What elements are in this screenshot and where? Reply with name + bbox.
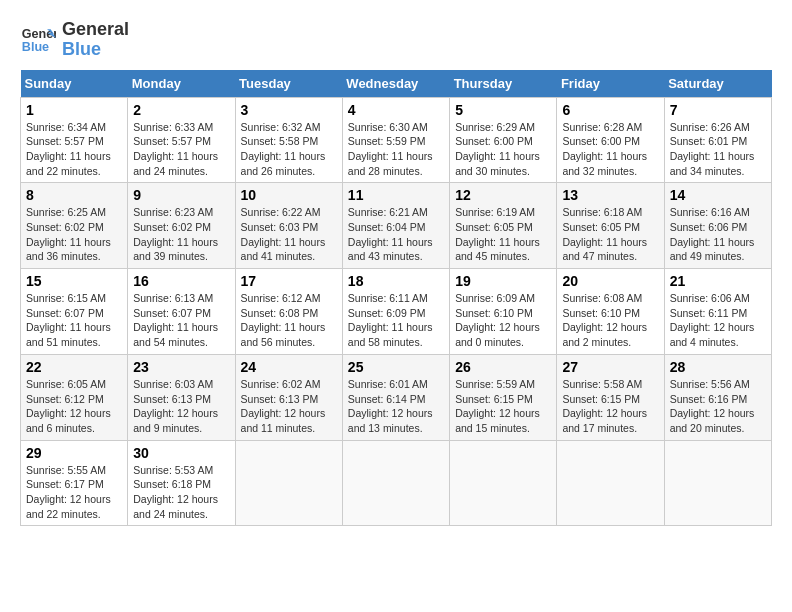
day-info: Sunrise: 5:56 AMSunset: 6:16 PMDaylight:… [670, 377, 766, 436]
day-info: Sunrise: 5:55 AMSunset: 6:17 PMDaylight:… [26, 463, 122, 522]
calendar-week-3: 15 Sunrise: 6:15 AMSunset: 6:07 PMDaylig… [21, 269, 772, 355]
calendar-cell [342, 440, 449, 526]
calendar-cell [235, 440, 342, 526]
calendar-cell: 11 Sunrise: 6:21 AMSunset: 6:04 PMDaylig… [342, 183, 449, 269]
col-header-saturday: Saturday [664, 70, 771, 98]
logo-icon: General Blue [20, 22, 56, 58]
calendar-cell: 30 Sunrise: 5:53 AMSunset: 6:18 PMDaylig… [128, 440, 235, 526]
day-number: 4 [348, 102, 444, 118]
day-info: Sunrise: 6:13 AMSunset: 6:07 PMDaylight:… [133, 291, 229, 350]
day-info: Sunrise: 6:12 AMSunset: 6:08 PMDaylight:… [241, 291, 337, 350]
day-info: Sunrise: 6:05 AMSunset: 6:12 PMDaylight:… [26, 377, 122, 436]
calendar-cell: 7 Sunrise: 6:26 AMSunset: 6:01 PMDayligh… [664, 97, 771, 183]
calendar-cell: 18 Sunrise: 6:11 AMSunset: 6:09 PMDaylig… [342, 269, 449, 355]
day-info: Sunrise: 6:25 AMSunset: 6:02 PMDaylight:… [26, 205, 122, 264]
day-number: 5 [455, 102, 551, 118]
day-number: 12 [455, 187, 551, 203]
calendar-cell: 9 Sunrise: 6:23 AMSunset: 6:02 PMDayligh… [128, 183, 235, 269]
day-info: Sunrise: 6:32 AMSunset: 5:58 PMDaylight:… [241, 120, 337, 179]
day-info: Sunrise: 6:18 AMSunset: 6:05 PMDaylight:… [562, 205, 658, 264]
day-info: Sunrise: 6:28 AMSunset: 6:00 PMDaylight:… [562, 120, 658, 179]
day-info: Sunrise: 6:06 AMSunset: 6:11 PMDaylight:… [670, 291, 766, 350]
day-info: Sunrise: 6:19 AMSunset: 6:05 PMDaylight:… [455, 205, 551, 264]
calendar-cell: 29 Sunrise: 5:55 AMSunset: 6:17 PMDaylig… [21, 440, 128, 526]
day-number: 18 [348, 273, 444, 289]
day-info: Sunrise: 6:03 AMSunset: 6:13 PMDaylight:… [133, 377, 229, 436]
day-number: 8 [26, 187, 122, 203]
day-number: 20 [562, 273, 658, 289]
calendar-cell: 6 Sunrise: 6:28 AMSunset: 6:00 PMDayligh… [557, 97, 664, 183]
day-number: 9 [133, 187, 229, 203]
calendar-cell: 20 Sunrise: 6:08 AMSunset: 6:10 PMDaylig… [557, 269, 664, 355]
day-info: Sunrise: 6:23 AMSunset: 6:02 PMDaylight:… [133, 205, 229, 264]
day-info: Sunrise: 6:29 AMSunset: 6:00 PMDaylight:… [455, 120, 551, 179]
calendar-cell: 28 Sunrise: 5:56 AMSunset: 6:16 PMDaylig… [664, 354, 771, 440]
calendar-cell: 8 Sunrise: 6:25 AMSunset: 6:02 PMDayligh… [21, 183, 128, 269]
day-number: 11 [348, 187, 444, 203]
day-info: Sunrise: 6:02 AMSunset: 6:13 PMDaylight:… [241, 377, 337, 436]
calendar-cell: 16 Sunrise: 6:13 AMSunset: 6:07 PMDaylig… [128, 269, 235, 355]
page-header: General Blue General Blue [20, 20, 772, 60]
calendar-week-2: 8 Sunrise: 6:25 AMSunset: 6:02 PMDayligh… [21, 183, 772, 269]
calendar-cell [557, 440, 664, 526]
calendar-cell: 13 Sunrise: 6:18 AMSunset: 6:05 PMDaylig… [557, 183, 664, 269]
calendar-cell: 3 Sunrise: 6:32 AMSunset: 5:58 PMDayligh… [235, 97, 342, 183]
calendar-cell: 23 Sunrise: 6:03 AMSunset: 6:13 PMDaylig… [128, 354, 235, 440]
day-info: Sunrise: 5:59 AMSunset: 6:15 PMDaylight:… [455, 377, 551, 436]
day-info: Sunrise: 6:01 AMSunset: 6:14 PMDaylight:… [348, 377, 444, 436]
day-info: Sunrise: 6:16 AMSunset: 6:06 PMDaylight:… [670, 205, 766, 264]
day-number: 2 [133, 102, 229, 118]
col-header-friday: Friday [557, 70, 664, 98]
day-info: Sunrise: 6:11 AMSunset: 6:09 PMDaylight:… [348, 291, 444, 350]
day-number: 30 [133, 445, 229, 461]
day-number: 14 [670, 187, 766, 203]
col-header-thursday: Thursday [450, 70, 557, 98]
day-info: Sunrise: 6:22 AMSunset: 6:03 PMDaylight:… [241, 205, 337, 264]
calendar-cell [450, 440, 557, 526]
day-number: 27 [562, 359, 658, 375]
calendar-cell: 14 Sunrise: 6:16 AMSunset: 6:06 PMDaylig… [664, 183, 771, 269]
calendar-table: SundayMondayTuesdayWednesdayThursdayFrid… [20, 70, 772, 527]
day-number: 16 [133, 273, 229, 289]
calendar-cell: 4 Sunrise: 6:30 AMSunset: 5:59 PMDayligh… [342, 97, 449, 183]
logo-text: General Blue [62, 20, 129, 60]
day-number: 26 [455, 359, 551, 375]
calendar-week-1: 1 Sunrise: 6:34 AMSunset: 5:57 PMDayligh… [21, 97, 772, 183]
day-number: 25 [348, 359, 444, 375]
day-number: 23 [133, 359, 229, 375]
day-number: 1 [26, 102, 122, 118]
calendar-cell: 21 Sunrise: 6:06 AMSunset: 6:11 PMDaylig… [664, 269, 771, 355]
calendar-cell: 5 Sunrise: 6:29 AMSunset: 6:00 PMDayligh… [450, 97, 557, 183]
day-number: 17 [241, 273, 337, 289]
day-number: 15 [26, 273, 122, 289]
day-info: Sunrise: 6:21 AMSunset: 6:04 PMDaylight:… [348, 205, 444, 264]
calendar-cell: 26 Sunrise: 5:59 AMSunset: 6:15 PMDaylig… [450, 354, 557, 440]
day-info: Sunrise: 6:09 AMSunset: 6:10 PMDaylight:… [455, 291, 551, 350]
calendar-cell: 2 Sunrise: 6:33 AMSunset: 5:57 PMDayligh… [128, 97, 235, 183]
calendar-cell: 12 Sunrise: 6:19 AMSunset: 6:05 PMDaylig… [450, 183, 557, 269]
day-number: 29 [26, 445, 122, 461]
day-info: Sunrise: 6:30 AMSunset: 5:59 PMDaylight:… [348, 120, 444, 179]
day-number: 6 [562, 102, 658, 118]
calendar-cell: 22 Sunrise: 6:05 AMSunset: 6:12 PMDaylig… [21, 354, 128, 440]
calendar-cell: 19 Sunrise: 6:09 AMSunset: 6:10 PMDaylig… [450, 269, 557, 355]
day-number: 7 [670, 102, 766, 118]
day-info: Sunrise: 6:33 AMSunset: 5:57 PMDaylight:… [133, 120, 229, 179]
col-header-tuesday: Tuesday [235, 70, 342, 98]
calendar-cell: 10 Sunrise: 6:22 AMSunset: 6:03 PMDaylig… [235, 183, 342, 269]
calendar-cell: 17 Sunrise: 6:12 AMSunset: 6:08 PMDaylig… [235, 269, 342, 355]
day-info: Sunrise: 6:15 AMSunset: 6:07 PMDaylight:… [26, 291, 122, 350]
col-header-wednesday: Wednesday [342, 70, 449, 98]
day-info: Sunrise: 5:58 AMSunset: 6:15 PMDaylight:… [562, 377, 658, 436]
day-info: Sunrise: 6:08 AMSunset: 6:10 PMDaylight:… [562, 291, 658, 350]
day-number: 10 [241, 187, 337, 203]
calendar-cell: 25 Sunrise: 6:01 AMSunset: 6:14 PMDaylig… [342, 354, 449, 440]
col-header-sunday: Sunday [21, 70, 128, 98]
svg-text:Blue: Blue [22, 40, 49, 54]
calendar-week-4: 22 Sunrise: 6:05 AMSunset: 6:12 PMDaylig… [21, 354, 772, 440]
calendar-header-row: SundayMondayTuesdayWednesdayThursdayFrid… [21, 70, 772, 98]
day-number: 21 [670, 273, 766, 289]
day-number: 28 [670, 359, 766, 375]
col-header-monday: Monday [128, 70, 235, 98]
day-info: Sunrise: 5:53 AMSunset: 6:18 PMDaylight:… [133, 463, 229, 522]
